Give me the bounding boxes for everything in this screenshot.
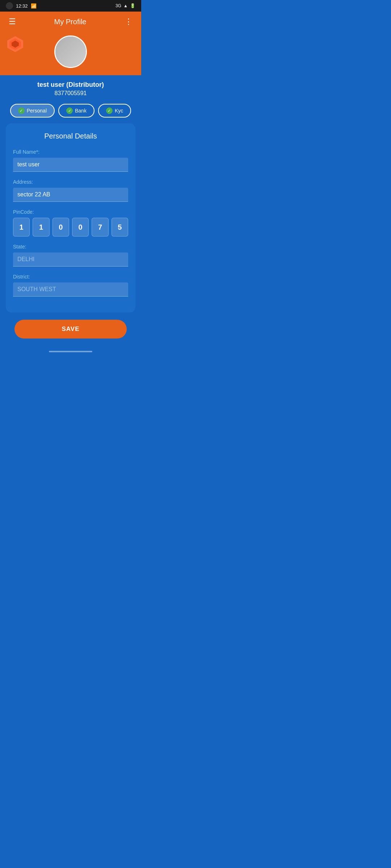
address-label: Address: <box>13 179 128 185</box>
home-indicator <box>49 351 92 352</box>
state-field-group: State: <box>13 244 128 267</box>
tab-bank-label: Bank <box>75 108 87 114</box>
form-title: Personal Details <box>13 132 128 140</box>
user-phone: 8377005591 <box>0 90 141 97</box>
user-name: test user (Distributor) <box>0 81 141 89</box>
tabs-row: ✓ Personal ✓ Bank ✓ Kyc <box>0 104 141 123</box>
address-input[interactable] <box>13 188 128 202</box>
avatar-image <box>55 37 86 67</box>
tab-kyc[interactable]: ✓ Kyc <box>98 104 131 118</box>
user-info: test user (Distributor) 8377005591 <box>0 75 141 104</box>
page-title: My Profile <box>54 18 87 26</box>
app-bar: ☰ My Profile ⋮ <box>0 12 141 32</box>
check-icon-kyc: ✓ <box>106 107 113 114</box>
tab-kyc-label: Kyc <box>115 108 123 114</box>
pin-digit-1[interactable]: 1 <box>13 218 30 237</box>
status-bar: 12:32 📶 3G ▲ 🔋 <box>0 0 141 12</box>
status-left: 12:32 📶 <box>6 2 37 9</box>
address-field-group: Address: <box>13 179 128 202</box>
check-icon-bank: ✓ <box>66 107 73 114</box>
pin-digit-4[interactable]: 0 <box>72 218 89 237</box>
battery-icon: 🔋 <box>130 3 135 8</box>
more-options-button[interactable]: ⋮ <box>122 15 135 29</box>
bottom-bar <box>0 347 141 356</box>
save-button[interactable]: SAVE <box>14 320 127 339</box>
avatar[interactable] <box>54 35 87 68</box>
signal-icon: ▲ <box>123 3 128 8</box>
pincode-label: PinCode: <box>13 209 128 215</box>
personal-details-card: Personal Details Full Name*: Address: Pi… <box>6 123 135 312</box>
state-label: State: <box>13 244 128 250</box>
status-circle-icon <box>6 2 13 9</box>
save-button-wrapper: SAVE <box>0 320 141 347</box>
pin-digit-3[interactable]: 0 <box>52 218 69 237</box>
menu-button[interactable]: ☰ <box>6 15 19 29</box>
pincode-row: 1 1 0 0 7 5 <box>13 218 128 237</box>
pin-digit-2[interactable]: 1 <box>33 218 49 237</box>
full-name-input[interactable] <box>13 158 128 172</box>
full-name-label: Full Name*: <box>13 149 128 155</box>
pincode-field-group: PinCode: 1 1 0 0 7 5 <box>13 209 128 237</box>
pin-digit-6[interactable]: 5 <box>112 218 128 237</box>
check-icon-personal: ✓ <box>18 107 25 114</box>
status-time: 12:32 <box>16 3 28 9</box>
network-type: 3G <box>115 3 121 8</box>
district-input[interactable] <box>13 282 128 297</box>
district-label: District: <box>13 274 128 280</box>
tab-bank[interactable]: ✓ Bank <box>58 104 94 118</box>
profile-header <box>0 32 141 75</box>
network-icon: 📶 <box>31 3 37 9</box>
pin-digit-5[interactable]: 7 <box>92 218 108 237</box>
full-name-field-group: Full Name*: <box>13 149 128 172</box>
app-logo <box>6 35 25 55</box>
status-right: 3G ▲ 🔋 <box>115 3 135 8</box>
district-field-group: District: <box>13 274 128 297</box>
tab-personal[interactable]: ✓ Personal <box>10 104 55 118</box>
state-input[interactable] <box>13 252 128 267</box>
tab-personal-label: Personal <box>27 108 47 114</box>
